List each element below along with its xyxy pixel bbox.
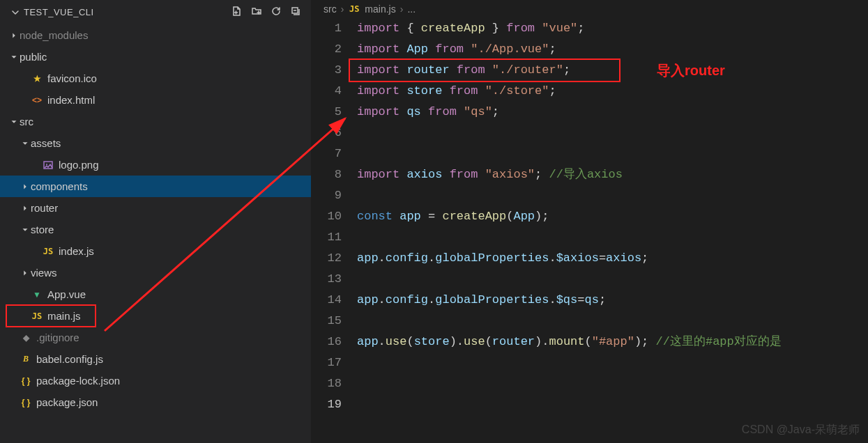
tree-item[interactable]: node_modules xyxy=(0,24,311,46)
code-line[interactable] xyxy=(357,227,868,248)
tree-item[interactable]: ▼App.vue xyxy=(0,283,311,305)
code-line[interactable] xyxy=(357,269,868,290)
chevron-right-icon[interactable] xyxy=(20,267,31,279)
file-tree[interactable]: node_modulespublic★favicon.ico<>index.ht… xyxy=(0,24,311,443)
code-editor[interactable]: 12345678910111213141516171819 import { c… xyxy=(311,18,868,443)
tree-item[interactable]: src xyxy=(0,111,311,132)
tree-item[interactable]: ◆.gitignore xyxy=(0,327,311,348)
tree-item[interactable]: JSindex.js xyxy=(0,240,311,262)
tree-item-label: App.vue xyxy=(47,288,86,300)
js-icon: JS xyxy=(42,245,54,258)
code-line[interactable] xyxy=(357,373,868,394)
git-icon: ◆ xyxy=(20,332,32,344)
annotation-text: 导入router xyxy=(657,61,725,80)
code-line[interactable]: app.use(store).use(router).mount("#app")… xyxy=(357,332,868,352)
collapse-all-icon[interactable] xyxy=(290,6,301,19)
chevron-down-icon[interactable] xyxy=(10,7,21,18)
tree-item-label: views xyxy=(31,267,57,279)
tree-item[interactable]: store xyxy=(0,219,311,240)
svg-point-2 xyxy=(46,164,47,165)
tree-item[interactable]: { }package.json xyxy=(0,391,311,413)
tree-item[interactable]: views xyxy=(0,262,311,283)
tree-item-label: main.js xyxy=(47,310,81,322)
tree-item[interactable]: Bbabel.config.js xyxy=(0,348,311,370)
new-folder-icon[interactable] xyxy=(251,6,262,19)
refresh-icon[interactable] xyxy=(271,6,282,19)
tree-item-label: babel.config.js xyxy=(36,353,103,365)
tree-item-label: store xyxy=(31,224,54,235)
babel-icon: B xyxy=(20,353,32,366)
js-icon: JS xyxy=(348,3,360,15)
chevron-right-icon[interactable] xyxy=(20,181,31,192)
tree-item-label: package.json xyxy=(36,396,98,408)
tree-item[interactable]: router xyxy=(0,197,311,219)
tree-item[interactable]: JSmain.js xyxy=(0,305,311,327)
new-file-icon[interactable] xyxy=(231,6,243,19)
tree-item-label: public xyxy=(20,51,47,63)
tree-item-label: .gitignore xyxy=(36,332,79,343)
code-line[interactable] xyxy=(357,311,868,332)
chevron-right-icon: › xyxy=(400,3,404,15)
tree-item-label: components xyxy=(31,180,88,192)
code-line[interactable] xyxy=(357,143,868,164)
chevron-right-icon: › xyxy=(341,3,344,15)
code-line[interactable]: import router from "./router"; xyxy=(357,60,868,81)
code-content[interactable]: import { createApp } from "vue";import A… xyxy=(357,18,868,443)
code-line[interactable]: app.config.globalProperties.$qs=qs; xyxy=(357,290,868,311)
code-line[interactable] xyxy=(357,352,868,373)
star-icon: ★ xyxy=(31,72,43,85)
code-line[interactable]: import App from "./App.vue"; xyxy=(357,39,868,60)
breadcrumb-part[interactable]: src xyxy=(323,3,337,15)
tree-item-label: logo.png xyxy=(59,159,99,171)
tree-item[interactable]: components xyxy=(0,176,311,197)
code-line[interactable]: const app = createApp(App); xyxy=(357,206,868,227)
tree-item-label: router xyxy=(31,202,58,214)
explorer-header: TEST_VUE_CLI xyxy=(0,0,311,24)
tree-item[interactable]: <>index.html xyxy=(0,89,311,111)
image-icon xyxy=(42,159,54,171)
chevron-down-icon[interactable] xyxy=(8,116,20,127)
json-icon: { } xyxy=(20,375,32,387)
tree-item-label: index.js xyxy=(59,245,94,257)
project-title: TEST_VUE_CLI xyxy=(24,7,94,17)
tree-item-label: package-lock.json xyxy=(36,375,120,387)
tree-item[interactable]: logo.png xyxy=(0,154,311,176)
chevron-right-icon[interactable] xyxy=(20,203,31,214)
tree-item[interactable]: assets xyxy=(0,132,311,154)
code-line[interactable]: app.config.globalProperties.$axios=axios… xyxy=(357,248,868,269)
code-line[interactable]: import axios from "axios"; //导入axios xyxy=(357,164,868,185)
chevron-right-icon[interactable] xyxy=(8,30,20,41)
editor-area: src › JS main.js › ... 12345678910111213… xyxy=(311,0,868,443)
tree-item-label: index.html xyxy=(47,94,95,106)
tree-item-label: src xyxy=(20,116,33,127)
tree-item-label: node_modules xyxy=(20,29,88,41)
code-line[interactable]: import { createApp } from "vue"; xyxy=(357,18,868,39)
breadcrumb-part[interactable]: main.js xyxy=(365,3,395,15)
tree-item[interactable]: ★favicon.ico xyxy=(0,68,311,89)
breadcrumb-part[interactable]: ... xyxy=(407,3,416,15)
tree-item-label: favicon.ico xyxy=(47,72,97,84)
code-line[interactable]: import qs from "qs"; xyxy=(357,102,868,123)
html-icon: <> xyxy=(31,94,43,107)
json-icon: { } xyxy=(20,396,32,409)
js-icon: JS xyxy=(31,310,43,322)
tree-item[interactable]: { }package-lock.json xyxy=(0,370,311,391)
tree-item[interactable]: public xyxy=(0,46,311,68)
line-number-gutter: 12345678910111213141516171819 xyxy=(311,18,357,443)
chevron-down-icon[interactable] xyxy=(20,138,31,149)
chevron-down-icon[interactable] xyxy=(20,224,31,235)
chevron-down-icon[interactable] xyxy=(8,52,20,63)
code-line[interactable] xyxy=(357,394,868,415)
code-line[interactable]: import store from "./store"; xyxy=(357,81,868,102)
breadcrumb[interactable]: src › JS main.js › ... xyxy=(311,0,868,18)
explorer-sidebar: TEST_VUE_CLI node_modulespublic★favicon.… xyxy=(0,0,311,443)
code-line[interactable] xyxy=(357,185,868,206)
code-line[interactable] xyxy=(357,123,868,143)
tree-item-label: assets xyxy=(31,137,61,149)
vue-icon: ▼ xyxy=(31,288,43,301)
